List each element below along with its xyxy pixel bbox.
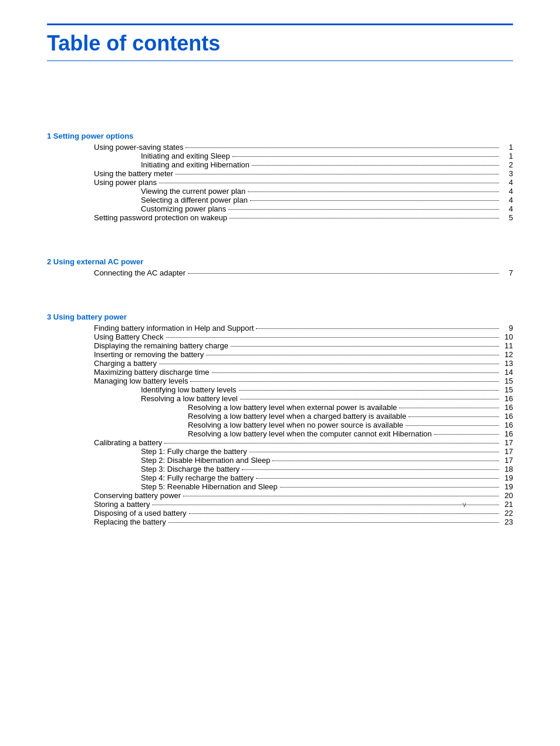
section-gap	[47, 289, 513, 301]
toc-dots	[249, 452, 499, 452]
toc-page: 7	[501, 268, 513, 277]
toc-row[interactable]: Using the battery meter 3	[47, 169, 513, 178]
toc-row[interactable]: Resolving a low battery level when a cha…	[47, 412, 513, 421]
toc-row[interactable]: Step 1: Fully charge the battery 17	[47, 447, 513, 456]
toc-label: Connecting the AC adapter	[94, 268, 185, 277]
toc-label: Resolving a low battery level when exter…	[188, 403, 397, 412]
toc-dots	[252, 165, 499, 166]
toc-page: 4	[501, 204, 513, 213]
toc-label: Viewing the current power plan	[141, 187, 245, 196]
section1-entries: Using power-saving states 1 Initiating a…	[47, 143, 513, 222]
toc-dots	[399, 408, 499, 408]
toc-row[interactable]: Step 3: Discharge the battery 18	[47, 465, 513, 473]
toc-label: Maximizing battery discharge time	[94, 368, 210, 377]
toc-row[interactable]: Initiating and exiting Hibernation 2	[47, 160, 513, 169]
toc-label: Conserving battery power	[94, 491, 181, 500]
toc-dots	[212, 372, 499, 373]
toc-label: Resolving a low battery level when the c…	[188, 429, 432, 438]
toc-page: 10	[501, 332, 513, 341]
section-gap	[47, 108, 513, 120]
toc-row[interactable]: Resolving a low battery level when the c…	[47, 429, 513, 438]
toc-row[interactable]: Using power-saving states 1	[47, 143, 513, 152]
toc-row[interactable]: Resolving a low battery level when exter…	[47, 403, 513, 412]
content-area: 1 Setting power options Using power-savi…	[47, 96, 513, 526]
toc-label: Inserting or removing the battery	[94, 350, 204, 359]
toc-row[interactable]: Identifying low battery levels 15	[47, 385, 513, 394]
toc-row[interactable]: Charging a battery 13	[47, 359, 513, 368]
section-gap	[47, 234, 513, 246]
toc-dots	[159, 183, 499, 183]
toc-row[interactable]: Storing a battery 21	[47, 500, 513, 509]
toc-label: Setting password protection on wakeup	[94, 213, 227, 222]
toc-page: 21	[501, 500, 513, 509]
toc-row[interactable]: Conserving battery power 20	[47, 491, 513, 500]
toc-page: 9	[501, 324, 513, 332]
toc-label: Resolving a low battery level when a cha…	[188, 412, 406, 421]
toc-label: Using Battery Check	[94, 332, 164, 341]
toc-page: 4	[501, 187, 513, 196]
toc-row[interactable]: Inserting or removing the battery 12	[47, 350, 513, 359]
toc-page: 16	[501, 421, 513, 429]
toc-page: 19	[501, 473, 513, 482]
toc-page: 15	[501, 377, 513, 385]
toc-page: 1	[501, 143, 513, 152]
page-title: Table of contents	[47, 31, 513, 56]
toc-page: 16	[501, 412, 513, 421]
toc-label: Customizing power plans	[141, 204, 226, 213]
toc-page: 18	[501, 465, 513, 473]
toc-row[interactable]: Maximizing battery discharge time 14	[47, 368, 513, 377]
toc-label: Finding battery information in Help and …	[94, 324, 254, 332]
toc-row[interactable]: Step 4: Fully recharge the battery 19	[47, 473, 513, 482]
section2-header[interactable]: 2 Using external AC power	[47, 257, 513, 266]
toc-dots	[188, 273, 499, 274]
toc-dots	[183, 496, 499, 496]
toc-row[interactable]: Connecting the AC adapter 7	[47, 268, 513, 277]
toc-page: 17	[501, 438, 513, 447]
toc-dots	[434, 434, 499, 435]
toc-row[interactable]: Displaying the remaining battery charge …	[47, 341, 513, 350]
toc-label: Selecting a different power plan	[141, 196, 248, 204]
toc-dots	[239, 390, 499, 391]
section1-header[interactable]: 1 Setting power options	[47, 132, 513, 140]
section-gap	[47, 277, 513, 289]
toc-page: 16	[501, 429, 513, 438]
toc-row[interactable]: Disposing of a used battery 22	[47, 509, 513, 518]
toc-row[interactable]: Managing low battery levels 15	[47, 377, 513, 385]
toc-dots	[272, 461, 499, 461]
toc-page: 12	[501, 350, 513, 359]
toc-row[interactable]: Calibrating a battery 17	[47, 438, 513, 447]
toc-label: Storing a battery	[94, 500, 150, 509]
toc-row[interactable]: Step 5: Reenable Hibernation and Sleep 1…	[47, 482, 513, 491]
toc-row[interactable]: Resolving a low battery level when no po…	[47, 421, 513, 429]
toc-dots	[248, 191, 499, 192]
toc-label: Resolving a low battery level	[141, 394, 238, 403]
section-gap	[47, 222, 513, 234]
toc-page: 3	[501, 169, 513, 178]
toc-row[interactable]: Setting password protection on wakeup 5	[47, 213, 513, 222]
toc-row[interactable]: Finding battery information in Help and …	[47, 324, 513, 332]
toc-row[interactable]: Selecting a different power plan 4	[47, 196, 513, 204]
toc-label: Step 2: Disable Hibernation and Sleep	[141, 456, 270, 465]
page-number: v	[463, 500, 466, 509]
section3-header[interactable]: 3 Using battery power	[47, 312, 513, 321]
toc-row[interactable]: Using power plans 4	[47, 178, 513, 187]
toc-dots	[240, 399, 499, 399]
toc-page: 17	[501, 447, 513, 456]
toc-row[interactable]: Viewing the current power plan 4	[47, 187, 513, 196]
toc-row[interactable]: Customizing power plans 4	[47, 204, 513, 213]
toc-dots	[242, 469, 499, 470]
toc-page: 23	[501, 518, 513, 526]
toc-row[interactable]: Replacing the battery 23	[47, 518, 513, 526]
toc-dots	[406, 425, 499, 426]
toc-row[interactable]: Step 2: Disable Hibernation and Sleep 17	[47, 456, 513, 465]
toc-row[interactable]: Using Battery Check 10	[47, 332, 513, 341]
toc-page: 2	[501, 160, 513, 169]
toc-row[interactable]: Resolving a low battery level 16	[47, 394, 513, 403]
toc-page: 5	[501, 213, 513, 222]
toc-page: 13	[501, 359, 513, 368]
top-border	[47, 23, 513, 25]
toc-dots	[256, 478, 499, 479]
toc-row[interactable]: Initiating and exiting Sleep 1	[47, 152, 513, 160]
toc-dots	[280, 487, 499, 488]
toc-label: Resolving a low battery level when no po…	[188, 421, 403, 429]
